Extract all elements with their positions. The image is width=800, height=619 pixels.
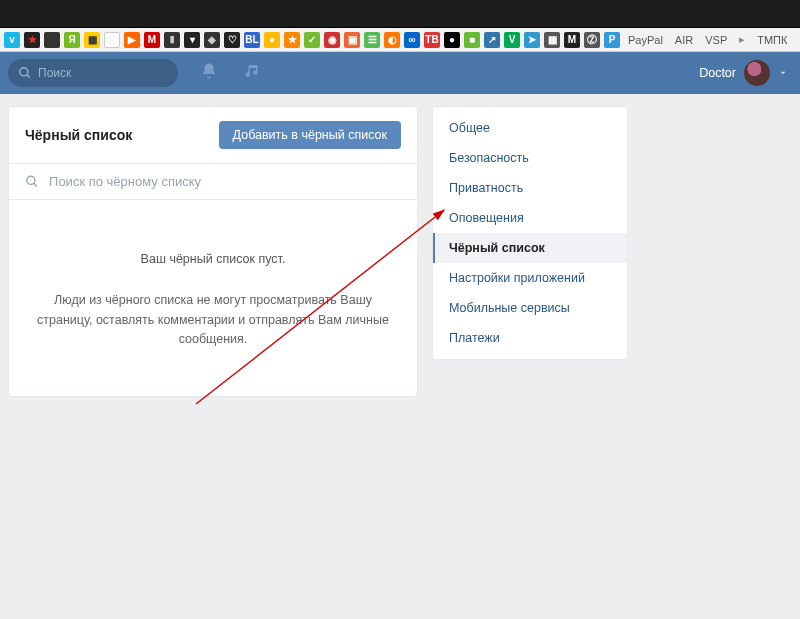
ext-icon[interactable]: ★ [284, 32, 300, 48]
ext-icon[interactable]: ↗ [484, 32, 500, 48]
page-title: Чёрный список [25, 127, 132, 143]
search-icon [18, 66, 32, 80]
content-area: Чёрный список Добавить в чёрный список В… [0, 94, 800, 397]
vk-top-nav: Doctor [0, 52, 800, 94]
ext-icon[interactable]: M [564, 32, 580, 48]
ext-icon[interactable]: ✓ [304, 32, 320, 48]
user-menu[interactable]: Doctor [695, 60, 792, 86]
sidebar-item-blacklist[interactable]: Чёрный список [433, 233, 627, 263]
ext-icon[interactable]: ▾ [184, 32, 200, 48]
ext-icon[interactable]: TB [424, 32, 440, 48]
sidebar-item-security[interactable]: Безопасность [433, 143, 627, 173]
sidebar-item-privacy[interactable]: Приватность [433, 173, 627, 203]
ext-icon[interactable]: ★ [24, 32, 40, 48]
ext-icon[interactable]: ♡ [224, 32, 240, 48]
panel-header: Чёрный список Добавить в чёрный список [9, 107, 417, 164]
chevron-down-icon [778, 68, 788, 78]
blacklist-search-row [9, 164, 417, 200]
add-to-blacklist-button[interactable]: Добавить в чёрный список [219, 121, 401, 149]
ext-icon[interactable]: ➤ [524, 32, 540, 48]
ext-icon[interactable]: ▦ [84, 32, 100, 48]
ext-label[interactable]: VSP [701, 34, 731, 46]
ext-icon[interactable]: v [4, 32, 20, 48]
ext-icon[interactable]: ■ [464, 32, 480, 48]
ext-icon[interactable]: ⦀ [164, 32, 180, 48]
ext-icon[interactable]: Ⓩ [584, 32, 600, 48]
ext-icon[interactable]: P [604, 32, 620, 48]
svg-line-1 [27, 75, 30, 78]
notifications-icon[interactable] [200, 62, 218, 84]
settings-sidebar: Общее Безопасность Приватность Оповещени… [432, 106, 628, 360]
svg-point-0 [20, 68, 28, 76]
sidebar-item-payments[interactable]: Платежи [433, 323, 627, 353]
search-icon [25, 174, 39, 189]
ext-icon[interactable]: ▦ [544, 32, 560, 48]
ext-icon[interactable] [104, 32, 120, 48]
music-icon[interactable] [244, 62, 262, 84]
sidebar-item-general[interactable]: Общее [433, 113, 627, 143]
sidebar-item-mobile[interactable]: Мобильные сервисы [433, 293, 627, 323]
svg-point-2 [27, 176, 35, 184]
browser-titlebar [0, 0, 800, 28]
ext-icon[interactable]: ∞ [404, 32, 420, 48]
sidebar-item-apps[interactable]: Настройки приложений [433, 263, 627, 293]
empty-state: Ваш чёрный список пуст. Люди из чёрного … [9, 200, 417, 396]
ext-icon[interactable] [44, 32, 60, 48]
ext-icon[interactable]: ▣ [344, 32, 360, 48]
svg-line-3 [34, 183, 37, 186]
ext-label[interactable]: AIR [671, 34, 697, 46]
ext-icon[interactable]: ◉ [324, 32, 340, 48]
avatar [744, 60, 770, 86]
ext-icon[interactable]: M [144, 32, 160, 48]
ext-icon[interactable]: V [504, 32, 520, 48]
sidebar-item-notifications[interactable]: Оповещения [433, 203, 627, 233]
username-label: Doctor [699, 66, 736, 80]
empty-title: Ваш чёрный список пуст. [37, 250, 389, 269]
ext-label[interactable]: ТМПК [753, 34, 791, 46]
blacklist-search-input[interactable] [49, 174, 401, 189]
ext-icon[interactable]: ☰ [364, 32, 380, 48]
ext-icon[interactable]: ▶ [124, 32, 140, 48]
ext-icon[interactable]: ◐ [384, 32, 400, 48]
browser-extensions-row: v ★ Я ▦ ▶ M ⦀ ▾ ◆ ♡ BL ● ★ ✓ ◉ ▣ ☰ ◐ ∞ T… [0, 28, 800, 52]
ext-icon[interactable]: Я [64, 32, 80, 48]
ext-icon[interactable]: ● [264, 32, 280, 48]
blacklist-panel: Чёрный список Добавить в чёрный список В… [8, 106, 418, 397]
ext-label[interactable]: PayPal [624, 34, 667, 46]
ext-icon[interactable]: BL [244, 32, 260, 48]
ext-icon[interactable]: ◆ [204, 32, 220, 48]
global-search-input[interactable] [38, 66, 168, 80]
empty-description: Люди из чёрного списка не могут просматр… [37, 291, 389, 349]
ext-icon[interactable]: ● [444, 32, 460, 48]
global-search[interactable] [8, 59, 178, 87]
